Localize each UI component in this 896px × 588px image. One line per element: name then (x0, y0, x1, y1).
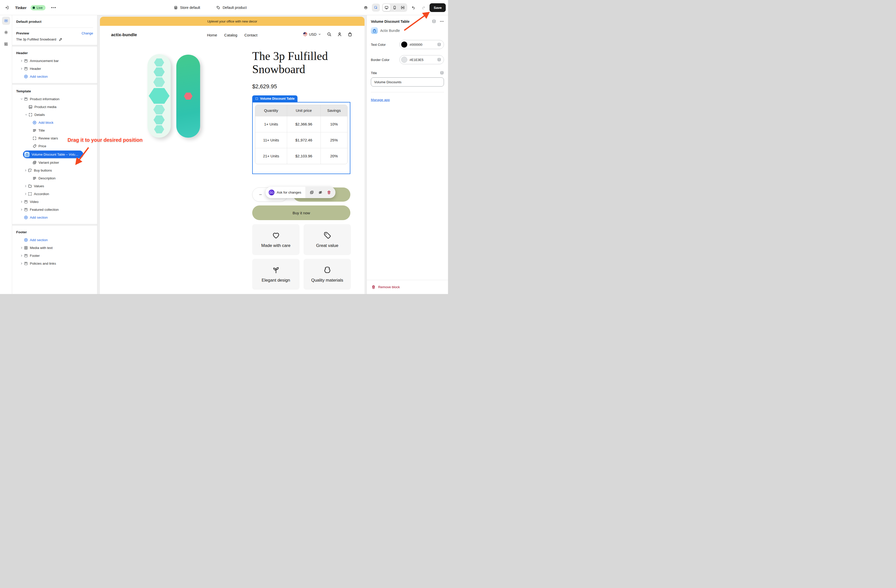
desktop-icon (384, 6, 389, 10)
buy-it-now-button[interactable]: Buy it now (252, 206, 350, 220)
add-block-button[interactable]: Add block (12, 119, 97, 126)
sidebar-item-footer[interactable]: Footer (12, 252, 97, 260)
sidebar-item-review-stars[interactable]: Review stars (12, 134, 97, 142)
chevron-right-icon (20, 200, 23, 203)
nav-catalog-link[interactable]: Catalog (224, 33, 237, 37)
tile-great-value: Great value (303, 224, 351, 255)
sidebar-item-product-media[interactable]: Product media (12, 103, 97, 111)
add-section-button-footer[interactable]: Add section (12, 236, 97, 244)
live-badge: Live (30, 5, 46, 11)
trash-icon (371, 285, 376, 289)
col-quantity: Quantity (255, 105, 287, 116)
sidebar-item-buy-buttons[interactable]: Buy buttons (12, 166, 97, 174)
rail-sections-tab[interactable] (2, 17, 10, 25)
plus-circle-icon (24, 238, 30, 242)
sidebar-item-announcement-bar[interactable]: Announcement bar (12, 57, 97, 65)
product-image-snowboard-back (176, 55, 200, 138)
sidebar-item-values[interactable]: Values (12, 182, 97, 190)
color-swatch[interactable] (401, 41, 407, 47)
dynamic-source-icon[interactable] (437, 43, 441, 47)
announcement-bar[interactable]: Uplevel your office with new decor (100, 17, 364, 26)
chevron-right-icon (20, 254, 23, 257)
section-icon (24, 59, 30, 63)
section-icon (24, 207, 30, 212)
page-selector[interactable]: Default product (216, 6, 247, 10)
hide-block-icon[interactable] (318, 190, 323, 195)
sidebar-item-description[interactable]: Description (12, 174, 97, 182)
sidebar-item-volume-discount-table-selected[interactable]: Volume Discount Table – Volum... (23, 151, 83, 158)
nav-contact-link[interactable]: Contact (244, 33, 258, 37)
panel-menu-icon[interactable] (440, 19, 444, 24)
live-dot-icon (33, 6, 35, 9)
exit-editor-button[interactable] (3, 3, 11, 12)
sidebar-item-price[interactable]: Price (12, 142, 97, 150)
minus-icon[interactable]: − (259, 192, 262, 198)
fullwidth-preview-button[interactable] (399, 4, 407, 11)
col-savings: Savings (320, 105, 347, 116)
currency-selector[interactable]: USD (303, 32, 321, 37)
delete-block-icon[interactable] (327, 190, 331, 195)
title-field-label: Title (371, 71, 377, 75)
sidebar-item-featured-collection[interactable]: Featured collection (12, 206, 97, 213)
title-input[interactable]: Volume Discounts (371, 78, 444, 87)
account-icon[interactable] (337, 32, 342, 37)
feature-tiles: Made with care Great value Elegant desig… (252, 224, 351, 290)
sidebar-item-variant-picker[interactable]: Variant picker (12, 158, 97, 166)
duplicate-block-icon[interactable] (309, 190, 314, 195)
border-color-input[interactable]: #E1E3E5 (399, 55, 444, 64)
footer-group-title: Footer (12, 228, 97, 236)
rail-theme-settings-tab[interactable] (2, 28, 10, 37)
editor-rail (0, 15, 12, 294)
text-color-input[interactable]: #000000 (399, 40, 444, 49)
store-logo[interactable]: actix-bundle (111, 32, 137, 37)
sidebar-item-accordion[interactable]: Accordion (12, 190, 97, 198)
color-swatch[interactable] (401, 57, 407, 63)
undo-button[interactable] (409, 3, 418, 12)
block-selection-outline[interactable]: Quantity Unit price Savings 1+ Units$2,3… (252, 102, 350, 174)
sidebar-item-media-with-text[interactable]: Media with text (12, 244, 97, 252)
sidebar-item-header[interactable]: Header (12, 65, 97, 73)
cart-bag-icon[interactable] (347, 32, 352, 37)
desktop-preview-button[interactable] (383, 4, 390, 11)
store-default-selector[interactable]: Store default (174, 6, 200, 10)
header-group-title: Header (12, 49, 97, 57)
gear-icon (4, 30, 8, 34)
save-button[interactable]: Save (430, 3, 446, 12)
section-icon (24, 253, 30, 258)
storefront-preview: Uplevel your office with new decor actix… (100, 17, 364, 294)
change-preview-link[interactable]: Change (81, 31, 93, 35)
apps-icon (4, 42, 8, 46)
mobile-preview-button[interactable] (391, 4, 398, 11)
block-toolbar: Ask for changes (266, 187, 335, 198)
undo-icon (411, 6, 415, 10)
nav-home-link[interactable]: Home (207, 33, 217, 37)
chevron-right-icon (24, 184, 27, 188)
redo-button[interactable] (419, 3, 428, 12)
sidekick-button[interactable] (362, 3, 370, 12)
sidebar-item-title-block[interactable]: Title (12, 126, 97, 134)
sidebar-item-details[interactable]: Details (12, 111, 97, 119)
product-title: The 3p Fulfilled Snowboard (252, 50, 350, 76)
redo-icon (421, 6, 425, 10)
dynamic-source-icon[interactable] (432, 19, 436, 24)
inspect-mode-button[interactable] (372, 3, 380, 12)
rail-app-embeds-tab[interactable] (2, 40, 10, 48)
mobile-icon (393, 6, 397, 10)
sidebar-item-video[interactable]: Video (12, 198, 97, 206)
search-icon[interactable] (327, 32, 332, 37)
ask-for-changes-button[interactable]: Ask for changes (266, 187, 305, 198)
document-icon (24, 246, 30, 250)
app-block-icon (24, 152, 30, 157)
manage-app-link[interactable]: Manage app (371, 98, 390, 102)
dynamic-source-icon[interactable] (440, 71, 444, 75)
add-section-button-template[interactable]: Add section (12, 213, 97, 221)
sidebar-item-policies-and-links[interactable]: Policies and links (12, 260, 97, 267)
remove-block-button[interactable]: Remove block (367, 280, 448, 294)
sidebar-item-product-information[interactable]: Product information (12, 95, 97, 103)
cursor-select-icon (374, 6, 378, 10)
dynamic-source-icon[interactable] (437, 58, 441, 62)
theme-options-menu-button[interactable] (50, 3, 58, 12)
pencil-icon[interactable] (59, 37, 62, 41)
tag-icon (323, 231, 332, 239)
add-section-button-header[interactable]: Add section (12, 73, 97, 81)
